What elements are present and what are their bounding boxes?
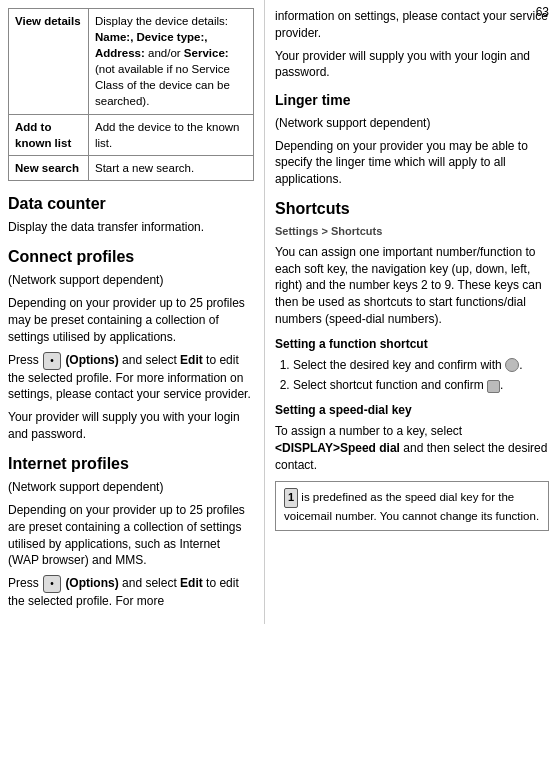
connect-profiles-heading: Connect profiles: [8, 246, 254, 268]
options-label-2: (Options): [65, 576, 118, 590]
options-label-1: (Options): [65, 353, 118, 367]
confirm-square-icon: [487, 380, 500, 393]
page-number: 63: [536, 4, 549, 21]
table-def: Add the device to the known list.: [89, 114, 254, 155]
setting-function-heading: Setting a function shortcut: [275, 336, 549, 353]
connect-profiles-press1-para: Press • (Options) and select Edit to edi…: [8, 352, 254, 404]
right-column: information on settings, please contact …: [265, 0, 559, 624]
connect-profiles-body3: Your provider will supply you with your …: [8, 409, 254, 443]
provider-text: Your provider will supply you with your …: [275, 48, 549, 82]
table-def: Start a new search.: [89, 155, 254, 180]
table-row: Add to known list Add the device to the …: [9, 114, 254, 155]
display-speed-label: <DISPLAY>Speed dial: [275, 441, 400, 455]
note-box: 1 is predefined as the speed dial key fo…: [275, 481, 549, 530]
left-column: View details Display the device details:…: [0, 0, 265, 624]
internet-profiles-body1: Depending on your provider up to 25 prof…: [8, 502, 254, 569]
table-def: Display the device details: Name:, Devic…: [89, 9, 254, 115]
step2: Select shortcut function and confirm .: [293, 377, 549, 394]
linger-heading: Linger time: [275, 91, 549, 111]
data-counter-body: Display the data transfer information.: [8, 219, 254, 236]
table-row: View details Display the device details:…: [9, 9, 254, 115]
table-row: New search Start a new search.: [9, 155, 254, 180]
confirm-circle-icon: [505, 358, 519, 372]
speed-body: To assign a number to a key, select <DIS…: [275, 423, 549, 473]
connect-profiles-body1: Depending on your provider up to 25 prof…: [8, 295, 254, 345]
options-button-icon-1: •: [43, 352, 61, 370]
key-icon-1: 1: [284, 488, 298, 507]
internet-profiles-press-para: Press • (Options) and select Edit to edi…: [8, 575, 254, 610]
linger-sub: (Network support dependent): [275, 115, 549, 132]
shortcuts-heading: Shortcuts: [275, 198, 549, 220]
data-counter-heading: Data counter: [8, 193, 254, 215]
note-text: is predefined as the speed dial key for …: [284, 491, 539, 521]
table-term: New search: [9, 155, 89, 180]
linger-body: Depending on your provider you may be ab…: [275, 138, 549, 188]
info-text: information on settings, please contact …: [275, 8, 549, 42]
info-table: View details Display the device details:…: [8, 8, 254, 181]
table-term: View details: [9, 9, 89, 115]
shortcut-steps: Select the desired key and confirm with …: [275, 357, 549, 395]
step1: Select the desired key and confirm with …: [293, 357, 549, 374]
setting-speed-heading: Setting a speed-dial key: [275, 402, 549, 419]
options-button-icon-2: •: [43, 575, 61, 593]
shortcuts-body: You can assign one important number/func…: [275, 244, 549, 328]
press-label-1: Press: [8, 353, 39, 367]
internet-profiles-heading: Internet profiles: [8, 453, 254, 475]
internet-profiles-sub: (Network support dependent): [8, 479, 254, 496]
connect-profiles-sub: (Network support dependent): [8, 272, 254, 289]
table-term: Add to known list: [9, 114, 89, 155]
press-label-2: Press: [8, 576, 39, 590]
shortcuts-path: Settings > Shortcuts: [275, 224, 549, 239]
